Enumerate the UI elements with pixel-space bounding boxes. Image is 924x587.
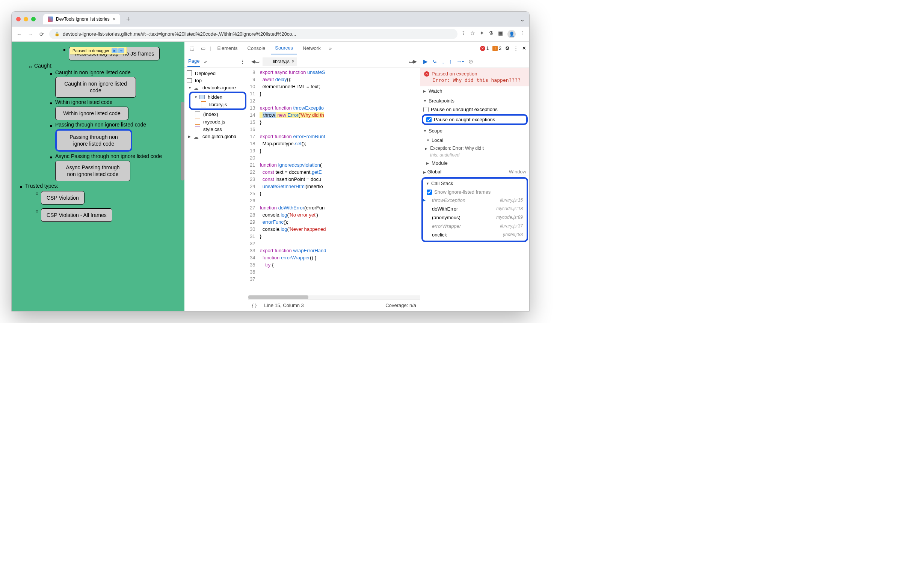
issue-badge[interactable]: !2 <box>492 46 502 51</box>
nav-menu-icon[interactable]: ⋮ <box>240 59 245 64</box>
cloud-icon <box>193 86 200 90</box>
next-file-icon[interactable]: ▭▶ <box>409 59 417 64</box>
tab-network[interactable]: Network <box>299 43 325 54</box>
show-ignored-checkbox[interactable]: Show ignore-listed frames <box>423 188 526 196</box>
tab-elements[interactable]: Elements <box>213 43 241 54</box>
debugger-toolbar: ▶ ⤿ ↓ ↑ →• ⊘ <box>420 55 529 68</box>
caught-heading: Caught: <box>34 62 182 69</box>
bp-uncaught-checkbox[interactable]: Pause on uncaught exceptions <box>420 105 529 113</box>
tree-index-file[interactable]: (index) <box>185 110 248 118</box>
kebab-menu-icon[interactable]: ⋮ <box>520 30 525 38</box>
back-button[interactable]: ← <box>15 31 23 37</box>
inspect-icon[interactable]: ⬚ <box>187 45 196 51</box>
async-passing-button[interactable]: Async Passing through non ignore listed … <box>55 161 130 181</box>
watch-section[interactable]: ▶Watch <box>420 86 529 96</box>
scope-exception[interactable]: ▶ Exception: Error: Why did t <box>420 145 529 151</box>
line-gutter: 8 9 10 11 12 13 14 15 16 17 18 19 20 21 … <box>248 68 258 295</box>
li-within: Within ignore listed code <box>55 99 113 105</box>
callstack-frame[interactable]: errorWrapperlibrary.js:37 <box>423 222 526 230</box>
step-over-button[interactable]: ⤿ <box>432 58 437 65</box>
caught-button[interactable]: Caught in non ignore listed code <box>55 77 136 97</box>
labs-icon[interactable]: ⚗ <box>488 30 493 38</box>
browser-tab[interactable]: DevTools ignore list stories × <box>43 14 120 25</box>
format-icon[interactable]: { } <box>252 303 257 308</box>
li-async-passing: Async Passing through non ignore listed … <box>55 153 162 159</box>
nav-more-icon[interactable]: » <box>204 59 206 64</box>
page-scrollbar[interactable] <box>181 102 185 181</box>
scope-section[interactable]: ▼Scope <box>420 126 529 135</box>
callstack-frame[interactable]: (anonymous)mycode.js:89 <box>423 213 526 222</box>
tab-sources[interactable]: Sources <box>271 42 297 54</box>
csp-button[interactable]: CSP Violation <box>41 191 84 205</box>
url-field[interactable]: 🔒 devtools-ignore-list-stories.glitch.me… <box>49 29 457 39</box>
tree-mycode-file[interactable]: mycode.js <box>185 118 248 125</box>
reload-button[interactable]: ⟳ <box>38 31 45 37</box>
passing-button[interactable]: Passing through non ignore listed code <box>55 129 132 151</box>
pause-banner: ✕Paused on exception Error: Why did this… <box>420 68 529 86</box>
csp-all-button[interactable]: CSP Violation - All frames <box>41 208 112 222</box>
tree-hidden-folder[interactable]: ▼hidden <box>190 94 245 100</box>
tree-style-file[interactable]: style.css <box>185 125 248 133</box>
new-tab-button[interactable]: + <box>126 15 130 23</box>
tab-close-icon[interactable]: × <box>113 16 116 22</box>
scope-module[interactable]: ▶Module <box>420 158 529 168</box>
tree-top[interactable]: top <box>185 77 248 84</box>
url-bar: ← → ⟳ 🔒 devtools-ignore-list-stories.gli… <box>12 27 529 42</box>
devtools-icon[interactable]: ▣ <box>498 30 503 38</box>
favicon-icon <box>48 16 53 22</box>
settings-icon[interactable]: ⚙ <box>505 45 510 51</box>
error-badge[interactable]: ✕1 <box>480 46 489 51</box>
step-button[interactable]: →• <box>456 58 464 64</box>
scope-this: this: undefined <box>420 151 529 158</box>
paused-overlay: Paused in debugger ▶ ⤼ <box>70 47 127 54</box>
tree-cdn[interactable]: ▶cdn.glitch.globa <box>185 133 248 140</box>
tree-domain[interactable]: ▼devtools-ignore <box>185 84 248 91</box>
window-max-dot[interactable] <box>31 17 36 21</box>
extensions-icon[interactable]: ✦ <box>480 30 484 38</box>
lock-icon: 🔒 <box>54 31 60 36</box>
bookmark-icon[interactable]: ☆ <box>470 30 475 38</box>
share-icon[interactable]: ⇪ <box>461 30 466 38</box>
navigator-panel: Page » ⋮ Deployed top ▼devtools-ignore ▼… <box>185 55 248 311</box>
scope-local[interactable]: ▼Local <box>420 135 529 145</box>
callstack-frame[interactable]: onclick(index):83 <box>423 230 526 239</box>
breakpoints-section[interactable]: ▼Breakpoints <box>420 96 529 105</box>
within-button[interactable]: Within ignore listed code <box>55 107 129 120</box>
deactivate-bp-button[interactable]: ⊘ <box>469 58 473 65</box>
titlebar: DevTools ignore list stories × + ⌄ <box>12 12 529 27</box>
device-icon[interactable]: ▭ <box>199 45 208 51</box>
resume-button[interactable]: ▶ <box>423 58 428 65</box>
editor-h-scrollbar[interactable] <box>248 295 420 299</box>
more-tabs-icon[interactable]: » <box>327 45 334 51</box>
resume-icon[interactable]: ▶ <box>112 48 117 53</box>
scope-global[interactable]: ▶ GlobalWindow <box>420 168 529 176</box>
paused-label: Paused in debugger <box>73 48 109 53</box>
editor-tab-close-icon[interactable]: × <box>292 59 294 64</box>
callstack-frame[interactable]: doWithErrormycode.js:18 <box>423 205 526 213</box>
devtools-menu-icon[interactable]: ⋮ <box>513 45 518 51</box>
prev-file-icon[interactable]: ◀▭ <box>251 59 259 64</box>
callstack-highlight: ▼Call Stack Show ignore-listed frames th… <box>421 177 528 242</box>
nav-page-tab[interactable]: Page <box>187 56 200 67</box>
callstack-section[interactable]: ▼Call Stack <box>423 179 526 188</box>
forward-button: → <box>26 31 34 37</box>
devtools-tabbar: ⬚ ▭ | Elements Console Sources Network »… <box>185 42 529 55</box>
tree-deployed[interactable]: Deployed <box>185 69 248 77</box>
bp-caught-checkbox[interactable]: Pause on caught exceptions <box>422 114 528 125</box>
profile-avatar[interactable]: 👤 <box>507 30 516 38</box>
window-min-dot[interactable] <box>24 17 28 21</box>
tabs-overflow-icon[interactable]: ⌄ <box>520 16 525 23</box>
tab-console[interactable]: Console <box>244 43 269 54</box>
step-icon[interactable]: ⤼ <box>118 48 124 53</box>
step-out-button[interactable]: ↑ <box>449 58 452 64</box>
tree-highlight-group: ▼hidden library.js <box>189 92 246 110</box>
editor-tab[interactable]: library.js × <box>262 58 297 66</box>
step-into-button[interactable]: ↓ <box>442 58 445 64</box>
code-editor[interactable]: 8 9 10 11 12 13 14 15 16 17 18 19 20 21 … <box>248 68 420 295</box>
callstack-frame[interactable]: throwExceptionlibrary.js:15 <box>423 196 526 205</box>
tab-title: DevTools ignore list stories <box>56 16 110 22</box>
window-close-dot[interactable] <box>16 17 21 21</box>
error-icon: ✕ <box>424 71 429 77</box>
devtools-close-icon[interactable]: ✕ <box>522 45 526 51</box>
tree-library-file[interactable]: library.js <box>190 100 245 108</box>
